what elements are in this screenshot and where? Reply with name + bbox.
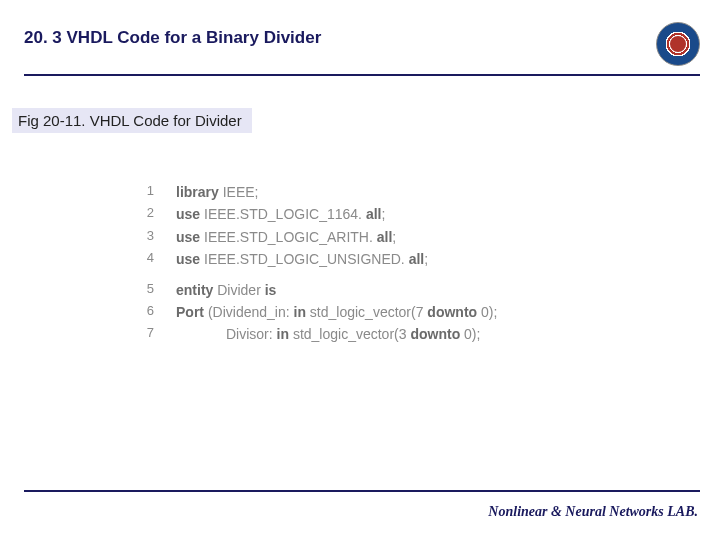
code-block: 1library IEEE;2use IEEE.STD_LOGIC_1164. … [130, 181, 720, 346]
code-line: 2use IEEE.STD_LOGIC_1164. all; [130, 203, 720, 225]
code-text: entity Divider is [176, 279, 276, 301]
code-text: use IEEE.STD_LOGIC_ARITH. all; [176, 226, 396, 248]
line-number: 4 [130, 248, 154, 270]
code-text: use IEEE.STD_LOGIC_UNSIGNED. all; [176, 248, 428, 270]
code-line: 7Divisor: in std_logic_vector(3 downto 0… [130, 323, 720, 345]
code-text: Divisor: in std_logic_vector(3 downto 0)… [176, 323, 480, 345]
line-number: 7 [130, 323, 154, 345]
line-number: 3 [130, 226, 154, 248]
figure-caption: Fig 20-11. VHDL Code for Divider [12, 108, 252, 133]
code-line: 5entity Divider is [130, 279, 720, 301]
line-number: 6 [130, 301, 154, 323]
code-line: 3use IEEE.STD_LOGIC_ARITH. all; [130, 226, 720, 248]
header-divider [24, 74, 700, 76]
line-number: 5 [130, 279, 154, 301]
code-line: 6Port (Dividend_in: in std_logic_vector(… [130, 301, 720, 323]
line-number: 2 [130, 203, 154, 225]
footer-divider [24, 490, 700, 492]
line-number: 1 [130, 181, 154, 203]
code-text: use IEEE.STD_LOGIC_1164. all; [176, 203, 385, 225]
code-line: 1library IEEE; [130, 181, 720, 203]
footer-lab-name: Nonlinear & Neural Networks LAB. [488, 504, 698, 520]
university-logo [656, 22, 700, 66]
page-title: 20. 3 VHDL Code for a Binary Divider [24, 22, 656, 48]
code-text: library IEEE; [176, 181, 259, 203]
code-text: Port (Dividend_in: in std_logic_vector(7… [176, 301, 497, 323]
code-line: 4use IEEE.STD_LOGIC_UNSIGNED. all; [130, 248, 720, 270]
